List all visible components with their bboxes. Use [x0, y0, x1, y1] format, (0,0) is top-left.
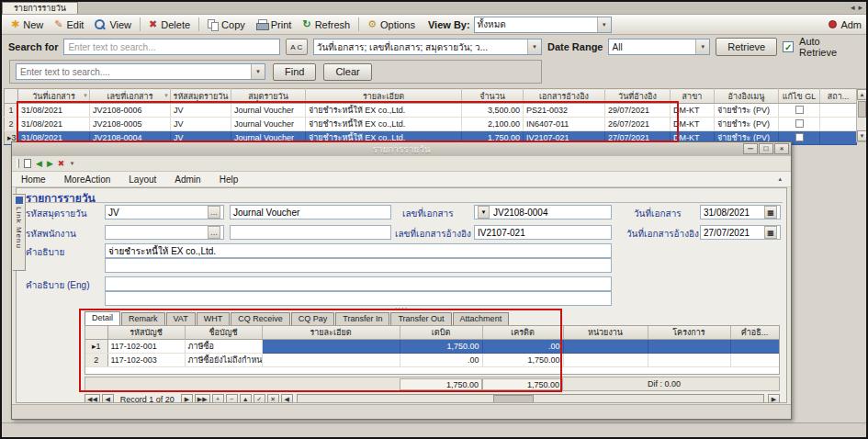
- edit-gl-checkbox[interactable]: [795, 119, 804, 128]
- search-input[interactable]: [63, 39, 279, 55]
- navigate-back-icon[interactable]: ◀: [36, 160, 42, 168]
- tab-transfer-out[interactable]: Transfer Out: [390, 312, 451, 325]
- tab-scroll-left-icon[interactable]: ◂: [851, 3, 855, 12]
- tab-scroll-right-icon[interactable]: ▸: [858, 3, 862, 12]
- menu-help[interactable]: Help: [220, 174, 239, 185]
- toolbar-options-icon[interactable]: ▼: [69, 161, 74, 166]
- column-header[interactable]: เลขที่เอกสาร▼: [90, 89, 171, 104]
- grid-row[interactable]: 2 31/08/2021 JV2108-0005 JV Journal Vouc…: [5, 118, 857, 131]
- options-button[interactable]: ⚙ Options: [362, 17, 421, 32]
- delete-button[interactable]: ✖ Delete: [143, 17, 196, 32]
- tab-transfer-in[interactable]: Transfer In: [335, 312, 389, 325]
- chevron-down-icon[interactable]: ▼: [251, 64, 265, 79]
- print-button[interactable]: Print: [251, 17, 298, 32]
- minimize-icon[interactable]: ─: [743, 143, 758, 154]
- filter-search-input[interactable]: [17, 64, 251, 79]
- column-header[interactable]: รหัสสมุดรายวัน: [171, 89, 231, 104]
- column-header[interactable]: จำนวน: [462, 89, 524, 104]
- document-tab[interactable]: รายการรายวัน: [2, 2, 78, 14]
- tab-remark[interactable]: Remark: [121, 312, 165, 325]
- date-range-combo[interactable]: All ▼: [608, 39, 710, 55]
- doc-date-field[interactable]: 31/08/2021 ▦: [700, 205, 781, 220]
- link-menu-tab[interactable]: Link Menu: [13, 194, 26, 271]
- find-button[interactable]: Find: [273, 63, 316, 81]
- nav-post-icon[interactable]: ✓: [254, 394, 265, 404]
- tab-detail[interactable]: Detail: [85, 311, 120, 325]
- lookup-ellipsis-icon[interactable]: …: [208, 206, 220, 219]
- scroll-down-icon[interactable]: ▼: [857, 130, 867, 141]
- column-header[interactable]: คำอธิ...: [730, 326, 779, 340]
- ref-no-field[interactable]: IV2107-021: [474, 225, 612, 240]
- new-document-icon[interactable]: [24, 159, 31, 168]
- column-header[interactable]: รายละเอียด: [306, 89, 462, 104]
- column-header[interactable]: เครดิต: [482, 326, 563, 340]
- column-header[interactable]: เอกสารอ้างอิง: [524, 89, 605, 104]
- tab-attachment[interactable]: Attachment: [453, 312, 510, 325]
- menu-home[interactable]: Home: [21, 174, 46, 185]
- column-header[interactable]: ชื่อบัญชี: [185, 326, 262, 340]
- column-header[interactable]: สถา...: [820, 89, 857, 104]
- search-fields-combo[interactable]: วันที่เอกสาร; เลขที่เอกสาร; สมุดรายวัน; …: [313, 39, 542, 55]
- nav-next-icon[interactable]: ▶: [181, 394, 193, 404]
- admin-button[interactable]: Adm: [829, 19, 862, 30]
- ref-date-field[interactable]: 27/07/2021 ▦: [700, 225, 781, 240]
- chevron-down-icon[interactable]: ▼: [478, 206, 490, 219]
- auto-retrieve-checkbox[interactable]: ✓: [783, 41, 794, 52]
- column-header[interactable]: สมุดรายวัน: [231, 89, 306, 104]
- hscroll-right-icon[interactable]: ▶: [768, 394, 780, 404]
- retrieve-button[interactable]: Retrieve: [716, 38, 777, 56]
- view-button[interactable]: View: [89, 17, 137, 32]
- book-name-field[interactable]: Journal Voucher: [230, 205, 391, 220]
- nav-first-icon[interactable]: ◀◀: [85, 394, 100, 404]
- tab-vat[interactable]: VAT: [166, 312, 196, 325]
- new-button[interactable]: ✱ New: [6, 17, 49, 32]
- column-header[interactable]: อ้างอิงเมนู: [715, 89, 779, 104]
- scroll-up-icon[interactable]: ▲: [857, 89, 867, 100]
- filter-icon[interactable]: ▼: [163, 93, 169, 98]
- grid-row[interactable]: 1 31/08/2021 JV2108-0006 JV Journal Vouc…: [5, 104, 857, 118]
- description-field-1[interactable]: จ่ายชำระหนี้ให้ EX co.,Ltd.: [105, 243, 612, 258]
- nav-last-icon[interactable]: ▶▶: [195, 394, 210, 404]
- column-header[interactable]: สาขา: [671, 89, 715, 104]
- lookup-ellipsis-icon[interactable]: …: [208, 226, 220, 239]
- detail-row-selected[interactable]: ▸1 117-102-001 ภาษีซื้อ 1,750.00 .00: [85, 340, 779, 354]
- calendar-icon[interactable]: ▦: [764, 226, 777, 239]
- column-header[interactable]: รหัสบัญชี: [107, 326, 185, 340]
- hscroll-left-icon[interactable]: ◀: [281, 394, 293, 404]
- column-header[interactable]: วันที่เอกสาร▼: [18, 89, 90, 104]
- navigate-forward-icon[interactable]: ▶: [47, 160, 53, 168]
- column-header[interactable]: วันที่อ้างอิง: [605, 89, 671, 104]
- employee-field[interactable]: …: [105, 225, 224, 240]
- filter-icon[interactable]: ▼: [83, 93, 88, 98]
- collapse-ribbon-icon[interactable]: ▴: [778, 175, 782, 183]
- copy-button[interactable]: Copy: [202, 17, 251, 32]
- menu-moreaction[interactable]: MoreAction: [64, 174, 111, 185]
- clear-button[interactable]: Clear: [323, 63, 371, 81]
- description-eng-field-1[interactable]: [105, 276, 612, 291]
- doc-no-field[interactable]: ▼ JV2108-0004: [474, 205, 612, 220]
- modal-title-bar[interactable]: รายการรายวัน ─ □ ×: [12, 142, 791, 156]
- close-record-icon[interactable]: ✖: [58, 160, 65, 168]
- menu-layout[interactable]: Layout: [129, 174, 156, 185]
- column-header[interactable]: รายละเอียด: [262, 326, 400, 340]
- nav-prev-icon[interactable]: ◀: [102, 394, 114, 404]
- menu-admin[interactable]: Admin: [175, 174, 200, 185]
- tab-cq-receive[interactable]: CQ Receive: [231, 312, 290, 325]
- match-case-button[interactable]: A C: [286, 39, 308, 55]
- book-code-field[interactable]: JV …: [105, 205, 224, 220]
- edit-gl-checkbox[interactable]: [795, 133, 804, 141]
- view-by-combo[interactable]: ทั้งหมด ▼: [474, 17, 612, 33]
- detail-horizontal-scrollbar[interactable]: [297, 394, 764, 404]
- scrollbar-thumb[interactable]: [493, 395, 534, 404]
- column-header[interactable]: โครงการ: [648, 326, 730, 340]
- refresh-button[interactable]: ↻ Refresh: [297, 17, 355, 32]
- nav-append-icon[interactable]: +: [212, 394, 224, 404]
- column-header[interactable]: แก้ไข GL: [779, 89, 820, 104]
- edit-gl-checkbox[interactable]: [795, 106, 804, 114]
- grid-vertical-scrollbar[interactable]: ▲ ▼: [856, 88, 868, 142]
- tab-wht[interactable]: WHT: [197, 312, 231, 325]
- scrollbar-thumb[interactable]: [858, 101, 866, 118]
- column-header[interactable]: เดบิต: [400, 326, 482, 340]
- nav-cancel-icon[interactable]: ✕: [267, 394, 279, 404]
- nav-delete-icon[interactable]: −: [226, 394, 238, 404]
